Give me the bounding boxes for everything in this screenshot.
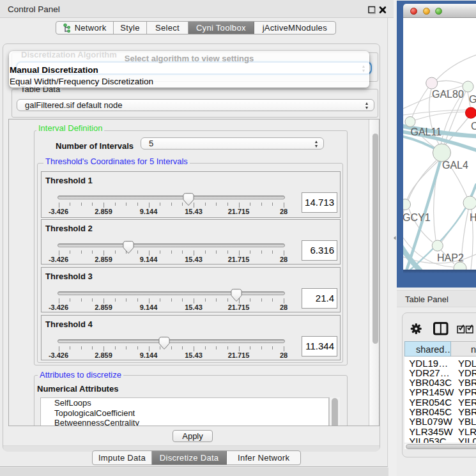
svg-text:GAL11: GAL11 — [411, 127, 442, 137]
svg-text:GA: GA — [469, 94, 476, 105]
svg-text:C: C — [471, 121, 476, 132]
svg-text:H: H — [470, 212, 476, 223]
svg-text:GAL4: GAL4 — [442, 160, 468, 171]
svg-text:GAL80: GAL80 — [432, 89, 464, 100]
svg-text:GCY1: GCY1 — [403, 212, 431, 223]
svg-text:HAP2: HAP2 — [437, 252, 464, 263]
